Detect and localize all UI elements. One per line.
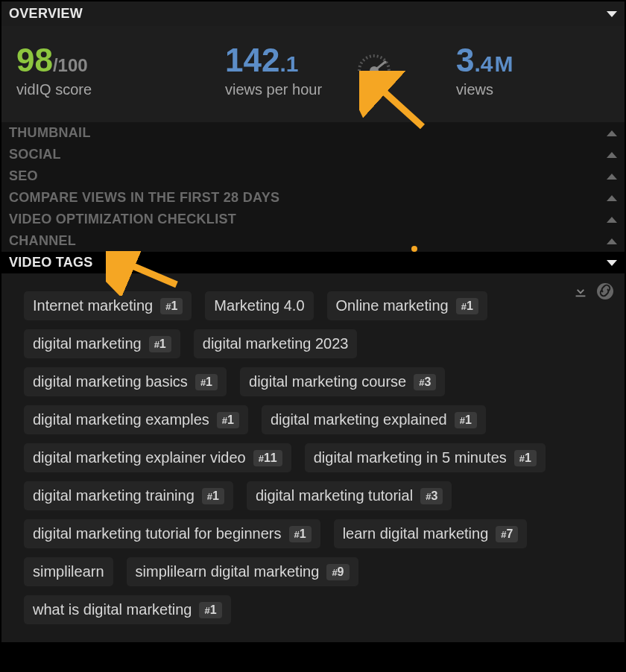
video-tag[interactable]: Internet marketing#1 xyxy=(24,291,192,320)
tag-label: Internet marketing xyxy=(33,297,153,314)
tag-label: Marketing 4.0 xyxy=(214,297,304,314)
tag-label: learn digital marketing xyxy=(343,525,489,542)
video-tag[interactable]: digital marketing basics#1 xyxy=(24,367,227,396)
tag-rank-badge: #1 xyxy=(160,298,183,314)
vph-value: 142.1 xyxy=(225,44,374,77)
chevron-up-icon xyxy=(607,195,617,201)
tag-rank-badge: #1 xyxy=(217,412,239,428)
video-tag[interactable]: Marketing 4.0 xyxy=(205,291,313,320)
collapsed-sections: THUMBNAIL SOCIAL SEO COMPARE VIEWS IN TH… xyxy=(1,122,625,252)
link-icon[interactable] xyxy=(596,282,614,303)
vph-label: views per hour xyxy=(225,81,374,98)
chevron-up-icon xyxy=(607,152,617,158)
tag-label: digital marketing training xyxy=(33,487,195,504)
views-label: views xyxy=(456,81,513,98)
views-value: 3.4M xyxy=(456,44,513,77)
tag-label: Online marketing xyxy=(336,297,449,314)
social-title: SOCIAL xyxy=(9,147,61,162)
tag-label: digital marketing explainer video xyxy=(33,449,246,466)
tag-label: simplilearn xyxy=(33,563,104,580)
tag-label: digital marketing explained xyxy=(271,411,447,428)
score-denominator: /100 xyxy=(53,57,88,75)
views-unit: M xyxy=(495,53,513,75)
svg-line-1 xyxy=(374,62,385,71)
tag-label: digital marketing course xyxy=(249,373,406,390)
video-tag[interactable]: digital marketing tutorial for beginners… xyxy=(24,519,320,548)
chevron-down-icon xyxy=(607,11,617,17)
stat-score: 98/100 vidIQ score xyxy=(16,44,218,98)
tag-rank-badge: #1 xyxy=(514,450,537,466)
gauge-icon xyxy=(355,48,393,78)
annotation-dot xyxy=(411,246,417,252)
video-tag[interactable]: learn digital marketing#7 xyxy=(334,519,528,548)
download-icon[interactable] xyxy=(572,283,589,302)
thumbnail-header[interactable]: THUMBNAIL xyxy=(1,122,625,144)
seo-title: SEO xyxy=(9,168,38,184)
views-frac: .4 xyxy=(474,53,493,75)
video-tag[interactable]: what is digital marketing#1 xyxy=(24,595,231,624)
stat-views: 3.4M views xyxy=(456,44,513,98)
tags-action-icons xyxy=(572,282,614,303)
tag-rank-badge: #11 xyxy=(253,450,282,466)
score-label: vidIQ score xyxy=(16,81,218,98)
tag-label: digital marketing in 5 minutes xyxy=(314,449,507,466)
tag-label: digital marketing tutorial for beginners xyxy=(33,525,282,542)
tag-rank-badge: #1 xyxy=(149,336,171,352)
video-tags-body: Internet marketing#1Marketing 4.0Online … xyxy=(1,273,625,642)
video-tag[interactable]: simplilearn digital marketing#9 xyxy=(127,557,358,586)
tag-label: digital marketing tutorial xyxy=(256,487,413,504)
video-tag[interactable]: digital marketing tutorial#3 xyxy=(247,481,452,510)
views-whole: 3 xyxy=(456,44,474,77)
channel-header[interactable]: CHANNEL xyxy=(1,230,625,252)
tag-rank-badge: #1 xyxy=(202,488,224,504)
vidiq-panel: OVERVIEW 98/100 vidIQ score 142.1 views … xyxy=(1,1,625,642)
video-tags-header[interactable]: VIDEO TAGS xyxy=(1,252,625,273)
video-tag[interactable]: digital marketing examples#1 xyxy=(24,405,248,434)
chevron-up-icon xyxy=(607,130,617,136)
stat-vph: 142.1 views per hour xyxy=(225,44,374,98)
tag-rank-badge: #1 xyxy=(456,298,478,314)
video-tag[interactable]: simplilearn xyxy=(24,557,113,586)
overview-header[interactable]: OVERVIEW xyxy=(1,1,625,26)
tag-label: digital marketing 2023 xyxy=(203,335,349,352)
tag-label: digital marketing xyxy=(33,335,142,352)
chevron-up-icon xyxy=(607,238,617,244)
channel-title: CHANNEL xyxy=(9,233,76,249)
tag-rank-badge: #1 xyxy=(455,412,477,428)
video-tag[interactable]: digital marketing 2023 xyxy=(194,329,358,358)
seo-header[interactable]: SEO xyxy=(1,165,625,187)
overview-body: 98/100 vidIQ score 142.1 views per hour … xyxy=(1,26,625,122)
tag-rank-badge: #3 xyxy=(414,374,436,390)
video-tag[interactable]: digital marketing explained#1 xyxy=(262,405,486,434)
video-tag[interactable]: digital marketing course#3 xyxy=(240,367,445,396)
overview-title: OVERVIEW xyxy=(9,6,83,22)
score-value: 98/100 xyxy=(16,44,218,77)
tag-rank-badge: #9 xyxy=(326,564,349,580)
tags-container: Internet marketing#1Marketing 4.0Online … xyxy=(24,291,610,624)
chevron-up-icon xyxy=(607,174,617,180)
video-tags-title: VIDEO TAGS xyxy=(9,255,93,270)
video-tag[interactable]: Online marketing#1 xyxy=(327,291,487,320)
compare-title: COMPARE VIEWS IN THE FIRST 28 DAYS xyxy=(9,190,279,206)
video-tag[interactable]: digital marketing in 5 minutes#1 xyxy=(305,443,546,472)
chevron-down-icon xyxy=(607,260,617,266)
tag-rank-badge: #7 xyxy=(496,526,518,542)
vph-frac: .1 xyxy=(279,53,298,75)
svg-line-3 xyxy=(376,84,423,127)
video-tag[interactable]: digital marketing explainer video#11 xyxy=(24,443,291,472)
social-header[interactable]: SOCIAL xyxy=(1,144,625,165)
tag-label: simplilearn digital marketing xyxy=(136,563,320,580)
compare-header[interactable]: COMPARE VIEWS IN THE FIRST 28 DAYS xyxy=(1,187,625,209)
video-tag[interactable]: digital marketing#1 xyxy=(24,329,180,358)
tag-rank-badge: #1 xyxy=(195,374,218,390)
tag-label: digital marketing basics xyxy=(33,373,188,390)
tag-rank-badge: #3 xyxy=(420,488,443,504)
score-number: 98 xyxy=(16,44,53,77)
chevron-up-icon xyxy=(607,217,617,223)
tag-rank-badge: #1 xyxy=(289,526,312,542)
checklist-header[interactable]: VIDEO OPTIMIZATION CHECKLIST xyxy=(1,209,625,230)
tag-rank-badge: #1 xyxy=(199,602,221,618)
thumbnail-title: THUMBNAIL xyxy=(9,125,91,141)
vph-whole: 142 xyxy=(225,44,279,77)
video-tag[interactable]: digital marketing training#1 xyxy=(24,481,233,510)
